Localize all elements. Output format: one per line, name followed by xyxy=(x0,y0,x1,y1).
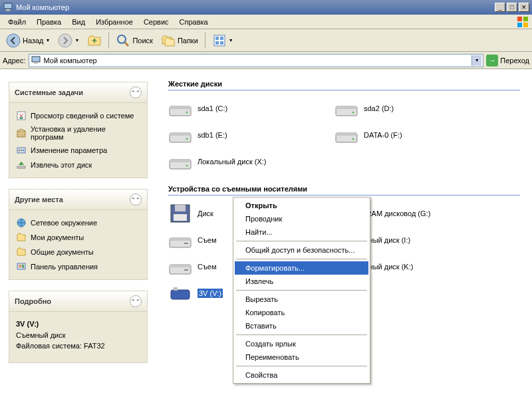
svg-rect-3 xyxy=(517,17,522,21)
menu-tools[interactable]: Сервис xyxy=(138,17,174,27)
computer-icon xyxy=(31,55,41,66)
drive-item[interactable]: sda1 (C:) xyxy=(168,98,315,118)
svg-point-28 xyxy=(19,265,21,267)
svg-rect-4 xyxy=(523,17,528,21)
folders-button[interactable]: Папки xyxy=(158,31,201,50)
svg-rect-31 xyxy=(170,106,191,109)
context-item[interactable]: Копировать xyxy=(235,306,368,319)
toolbar: Назад ▼ ▼ Поиск Папки ▼ xyxy=(0,29,532,52)
svg-rect-37 xyxy=(170,133,191,136)
svg-rect-27 xyxy=(17,263,25,269)
package-icon xyxy=(16,128,27,138)
detail-name: 3V (V:) xyxy=(16,319,140,330)
svg-point-32 xyxy=(186,112,188,114)
address-label: Адрес: xyxy=(3,57,26,65)
context-item[interactable]: Создать ярлык xyxy=(235,337,368,350)
chevron-up-icon: ⌃⌃ xyxy=(130,194,142,205)
svg-point-9 xyxy=(118,35,126,43)
context-item[interactable]: Свойства xyxy=(235,368,368,382)
maximize-button[interactable]: □ xyxy=(507,3,517,12)
eject-icon xyxy=(16,160,27,170)
context-item[interactable]: Проводник xyxy=(235,212,368,225)
place-control-panel[interactable]: Панель управления xyxy=(15,259,142,274)
search-button[interactable]: Поиск xyxy=(112,31,156,50)
context-item[interactable]: Общий доступ и безопасность... xyxy=(235,243,368,257)
back-button[interactable]: Назад ▼ xyxy=(3,31,53,50)
svg-rect-5 xyxy=(517,23,522,27)
back-icon xyxy=(6,33,21,48)
window-title: Мой компьютер xyxy=(16,3,69,11)
context-menu: ОткрытьПроводникНайти...Общий доступ и б… xyxy=(233,197,370,384)
drive-item[interactable]: sdb1 (E:) xyxy=(168,125,315,145)
panel-header[interactable]: Другие места ⌃⌃ xyxy=(9,189,148,210)
chevron-down-icon: ▼ xyxy=(229,38,233,43)
panel-other-places: Другие места ⌃⌃ Сетевое окружение Мои до… xyxy=(8,188,148,281)
panel-details: Подробно ⌃⌃ 3V (V:) Съемный диск Файлова… xyxy=(8,290,148,364)
close-button[interactable]: ✕ xyxy=(519,3,529,12)
folders-icon xyxy=(161,33,176,48)
menu-file[interactable]: Файл xyxy=(3,17,31,27)
separator xyxy=(236,259,367,259)
svg-rect-0 xyxy=(4,3,12,9)
menu-help[interactable]: Справка xyxy=(174,17,213,27)
svg-rect-17 xyxy=(34,63,38,64)
context-item[interactable]: Вставить xyxy=(235,319,368,332)
address-input[interactable]: Мой компьютер ▼ xyxy=(29,54,484,67)
drive-item[interactable]: sda2 (D:) xyxy=(334,98,481,118)
context-item[interactable]: Найти... xyxy=(235,225,368,239)
folder-up-icon xyxy=(87,33,102,48)
address-value: Мой компьютер xyxy=(44,57,97,65)
context-item[interactable]: Открыть xyxy=(235,199,368,212)
go-button[interactable]: → Переход xyxy=(486,55,529,66)
task-system-info[interactable]: Просмотр сведений о системе xyxy=(15,108,142,123)
context-item[interactable]: Переименовать xyxy=(235,350,368,364)
svg-rect-46 xyxy=(175,205,186,211)
svg-rect-25 xyxy=(17,166,25,168)
context-item[interactable]: Извлечь xyxy=(235,275,368,288)
up-button[interactable] xyxy=(84,31,105,50)
task-change-setting[interactable]: Изменение параметра xyxy=(15,143,142,158)
svg-rect-43 xyxy=(170,160,191,162)
context-item[interactable]: Форматировать... xyxy=(235,261,368,275)
svg-rect-6 xyxy=(523,23,528,27)
svg-rect-2 xyxy=(5,11,11,11)
svg-rect-20 xyxy=(17,131,25,137)
views-icon xyxy=(212,33,227,48)
folder-icon xyxy=(16,232,27,243)
address-dropdown[interactable]: ▼ xyxy=(471,55,481,66)
context-item[interactable]: Вырезать xyxy=(235,293,368,306)
views-button[interactable]: ▼ xyxy=(209,31,237,50)
search-icon xyxy=(116,33,130,48)
svg-point-7 xyxy=(7,34,20,47)
place-shared-docs[interactable]: Общие документы xyxy=(15,245,142,259)
forward-button[interactable]: ▼ xyxy=(55,31,82,50)
drive-item[interactable]: DATA-0 (F:) xyxy=(334,125,481,145)
svg-line-10 xyxy=(125,43,128,46)
task-add-remove[interactable]: Установка и удаление программ xyxy=(15,123,142,143)
svg-point-41 xyxy=(352,138,354,140)
minimize-button[interactable]: _ xyxy=(495,3,505,12)
task-eject[interactable]: Извлечь этот диск xyxy=(15,158,142,172)
svg-rect-12 xyxy=(215,37,219,40)
computer-icon xyxy=(3,2,13,13)
svg-rect-47 xyxy=(174,214,187,221)
svg-point-38 xyxy=(186,138,188,140)
place-my-docs[interactable]: Мои документы xyxy=(15,230,142,245)
drive-item[interactable]: Локальный диск (X:) xyxy=(168,152,315,172)
place-network[interactable]: Сетевое окружение xyxy=(15,215,142,230)
svg-rect-29 xyxy=(22,265,24,268)
panel-header[interactable]: Подробно ⌃⌃ xyxy=(9,291,148,312)
svg-rect-59 xyxy=(184,269,188,271)
svg-point-23 xyxy=(21,150,22,151)
control-panel-icon xyxy=(16,261,27,272)
menu-view[interactable]: Вид xyxy=(66,17,90,27)
menu-favorites[interactable]: Избранное xyxy=(90,17,138,27)
chevron-up-icon: ⌃⌃ xyxy=(130,295,142,307)
svg-rect-1 xyxy=(6,9,10,11)
panel-header[interactable]: Системные задачи ⌃⌃ xyxy=(9,82,148,103)
forward-icon xyxy=(58,33,72,48)
svg-point-8 xyxy=(59,34,72,47)
menubar: Файл Правка Вид Избранное Сервис Справка xyxy=(0,15,532,29)
address-bar: Адрес: Мой компьютер ▼ → Переход xyxy=(0,52,532,69)
menu-edit[interactable]: Правка xyxy=(31,17,66,27)
